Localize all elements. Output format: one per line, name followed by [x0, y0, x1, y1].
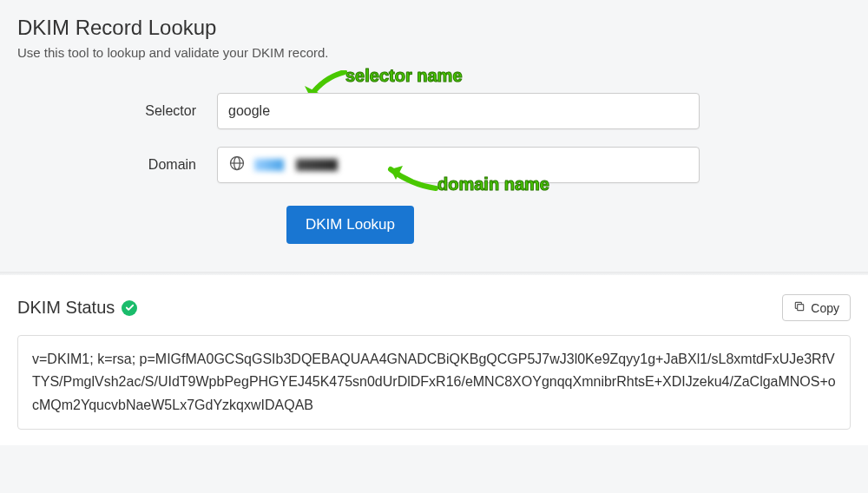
copy-button[interactable]: Copy	[782, 294, 851, 321]
annotation-domain-name: domain name	[437, 174, 549, 194]
redacted-text	[296, 159, 338, 171]
copy-button-label: Copy	[811, 301, 839, 315]
selector-input[interactable]	[217, 93, 700, 129]
redacted-text	[254, 159, 284, 171]
dkim-record-output: v=DKIM1; k=rsa; p=MIGfMA0GCSqGSIb3DQEBAQ…	[17, 335, 851, 430]
check-circle-icon	[122, 300, 137, 316]
status-title: DKIM Status	[17, 298, 115, 318]
domain-label: Domain	[17, 157, 217, 173]
annotation-selector-name: selector name	[345, 66, 463, 86]
globe-icon	[228, 154, 246, 175]
dkim-lookup-button[interactable]: DKIM Lookup	[286, 206, 414, 244]
page-title: DKIM Record Lookup	[17, 16, 851, 40]
page-subtitle: Use this tool to lookup and validate you…	[17, 45, 851, 60]
copy-icon	[793, 300, 806, 315]
selector-label: Selector	[17, 103, 217, 119]
svg-rect-3	[798, 305, 804, 311]
